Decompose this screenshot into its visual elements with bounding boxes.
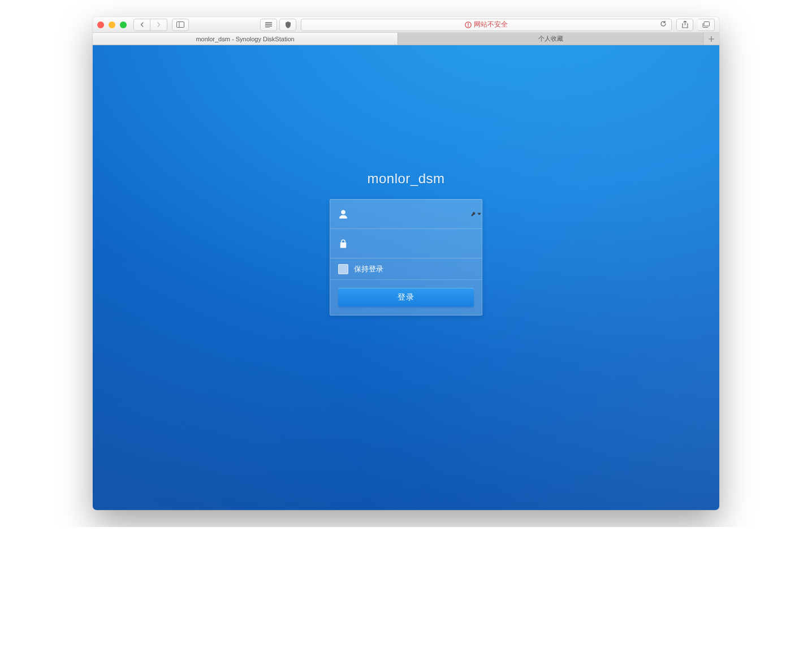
reader-button[interactable]	[260, 19, 277, 31]
tabs-icon	[702, 21, 710, 28]
password-row	[330, 229, 482, 258]
login-container: monlor_dsm	[330, 171, 482, 316]
reload-icon	[660, 20, 667, 27]
back-button[interactable]	[133, 19, 150, 31]
toolbar: 网站不安全	[93, 17, 719, 33]
plus-icon	[709, 36, 714, 42]
chevron-right-icon	[156, 22, 161, 27]
key-icon	[471, 211, 476, 217]
show-tabs-button[interactable]	[698, 19, 715, 31]
shield-icon	[285, 21, 291, 28]
remember-label: 保持登录	[354, 264, 383, 274]
password-input[interactable]	[356, 239, 474, 248]
close-window-button[interactable]	[97, 21, 104, 28]
keychain-dropdown[interactable]	[471, 211, 481, 217]
lock-icon	[338, 239, 348, 249]
username-input[interactable]	[364, 210, 463, 219]
svg-rect-0	[177, 22, 184, 28]
remember-checkbox[interactable]	[338, 264, 348, 274]
sidebar-icon	[176, 21, 184, 28]
minimize-window-button[interactable]	[109, 21, 115, 28]
submit-row: 登录	[330, 280, 482, 315]
tab-0[interactable]: monlor_dsm - Synology DiskStation	[93, 33, 398, 45]
address-bar[interactable]: 网站不安全	[301, 19, 672, 31]
user-icon	[338, 209, 348, 219]
forward-button[interactable]	[150, 19, 167, 31]
svg-rect-9	[704, 22, 710, 27]
login-button[interactable]: 登录	[338, 288, 474, 307]
share-button[interactable]	[676, 19, 693, 31]
browser-window: 网站不安全 monlor_dsm - Synology DiskStation …	[93, 17, 719, 510]
hostname-title: monlor_dsm	[367, 171, 444, 187]
remember-row: 保持登录	[330, 258, 482, 280]
nav-back-forward	[133, 19, 167, 31]
zoom-window-button[interactable]	[120, 21, 127, 28]
tab-title: monlor_dsm - Synology DiskStation	[196, 36, 294, 42]
reader-icon	[265, 22, 272, 28]
share-icon	[682, 21, 688, 28]
login-panel: 保持登录 登录	[330, 199, 482, 316]
svg-point-8	[468, 25, 469, 27]
tab-bar: monlor_dsm - Synology DiskStation 个人收藏	[93, 33, 719, 45]
username-row	[330, 200, 482, 229]
reload-button[interactable]	[660, 20, 667, 29]
chevron-left-icon	[140, 22, 145, 27]
address-warning-text: 网站不安全	[474, 20, 508, 29]
tab-1[interactable]: 个人收藏	[398, 33, 703, 45]
page-viewport: monlor_dsm	[93, 45, 719, 510]
sidebar-toggle-button[interactable]	[172, 19, 189, 31]
warning-icon	[465, 21, 472, 28]
tab-title: 个人收藏	[538, 34, 563, 43]
window-controls	[97, 21, 127, 28]
privacy-report-button[interactable]	[279, 19, 296, 31]
chevron-down-icon	[477, 213, 481, 215]
new-tab-button[interactable]	[703, 33, 719, 45]
